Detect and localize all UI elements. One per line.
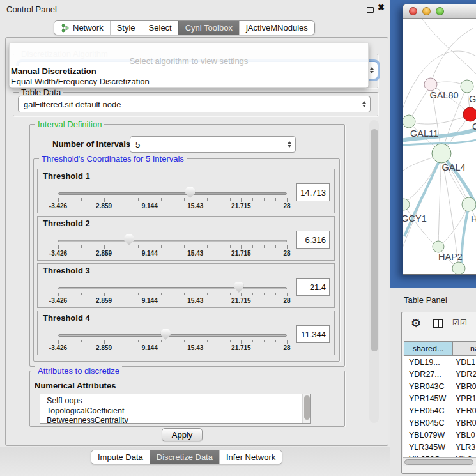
cell-shared-name[interactable]: YBR045C <box>403 418 453 427</box>
node-label-hap2: HAP2 <box>438 252 463 262</box>
threshold-2-slider-track[interactable] <box>58 240 287 242</box>
combo-stepper-icon[interactable] <box>362 101 366 107</box>
node-label-c: C <box>472 121 476 132</box>
cell-name[interactable]: YER0 <box>453 406 476 415</box>
threshold-2-value-field[interactable]: 6.316 <box>296 231 330 249</box>
cell-name[interactable]: YBR0 <box>453 382 476 391</box>
hap2-node[interactable] <box>433 241 444 252</box>
network-edge-thick[interactable] <box>462 204 469 270</box>
numerical-attributes-label: Numerical Attributes <box>35 381 116 390</box>
threshold-3-slider-thumb[interactable] <box>234 282 243 293</box>
table-row[interactable]: YDR27...YDR2 <box>403 368 476 380</box>
cell-name[interactable]: YBL0 <box>453 431 475 440</box>
tab-discretize-data[interactable]: Discretize Data <box>150 450 219 464</box>
tab-jactivemnodules[interactable]: jActiveMNodules <box>239 21 314 35</box>
threshold-2-slider-thumb[interactable] <box>124 234 134 245</box>
threshold-1-slider-thumb[interactable] <box>185 187 195 198</box>
red-node[interactable] <box>463 107 476 121</box>
node-label-g: G <box>469 94 476 104</box>
node-label-gal80: GAL80 <box>429 90 458 100</box>
apply-button[interactable]: Apply <box>162 428 203 441</box>
attribute-item-selfloops[interactable]: SelfLoops <box>40 396 310 406</box>
tab-select[interactable]: Select <box>142 21 178 35</box>
table-row[interactable]: YLR345WYLR3 <box>403 441 476 453</box>
threshold-4-slider-track[interactable] <box>58 334 287 337</box>
table-scrollbar-thumb[interactable] <box>404 459 473 465</box>
number-of-intervals-value: 5 <box>135 140 140 150</box>
network-canvas[interactable]: GAL80GCGAL11GAL4GCY1HHAP2 <box>403 19 476 274</box>
menu-item-manual-discretization[interactable]: Manual Discretization <box>10 66 368 77</box>
network-icon <box>61 24 70 33</box>
bottom-node[interactable] <box>452 262 465 274</box>
threshold-3-slider-track[interactable] <box>58 287 287 289</box>
top-right-node[interactable] <box>461 80 473 93</box>
number-of-intervals-combo[interactable]: 5 <box>130 136 296 153</box>
gcy1-node[interactable] <box>403 199 410 210</box>
threshold-4-value-field[interactable]: 11.344 <box>296 325 330 343</box>
network-window-titlebar[interactable] <box>403 4 476 19</box>
table-row[interactable]: YER054CYER0 <box>403 404 476 417</box>
cell-shared-name[interactable]: YDR27... <box>403 370 453 379</box>
split-columns-icon[interactable] <box>433 319 443 328</box>
combo-stepper-icon[interactable] <box>288 141 291 148</box>
slider-scale-labels: -3.4262.8599.14415.4321.71528 <box>58 297 287 305</box>
column-header-shared[interactable]: shared... <box>404 341 452 356</box>
cell-shared-name[interactable]: YDL19... <box>403 358 453 367</box>
combo-stepper-icon[interactable] <box>370 67 374 73</box>
cell-shared-name[interactable]: YER054C <box>403 406 453 415</box>
table-row[interactable]: YPR145WYPR1 <box>403 392 476 404</box>
cell-name[interactable]: YDR2 <box>453 370 476 379</box>
cell-shared-name[interactable]: YBL079W <box>403 431 453 440</box>
threshold-4-slider-thumb[interactable] <box>161 329 171 340</box>
tab-network[interactable]: Network <box>54 21 110 35</box>
cell-name[interactable]: YDL1 <box>453 358 475 367</box>
gal80-node[interactable] <box>424 78 437 91</box>
cell-name[interactable]: YBR0 <box>453 418 476 427</box>
tab-label: Network <box>73 23 104 33</box>
column-header-na[interactable]: na <box>452 341 476 356</box>
threshold-3-value-field[interactable]: 21.4 <box>296 278 330 296</box>
network-edge[interactable] <box>438 153 441 247</box>
algorithm-dropdown-popup: Select algorithm to view settings Manual… <box>9 43 369 88</box>
cell-shared-name[interactable]: YPR145W <box>403 394 453 403</box>
minimize-window-icon[interactable] <box>422 7 431 15</box>
attributes-list-scrollbar[interactable] <box>302 394 310 423</box>
attribute-item-betweennesscentrality[interactable]: BetweennessCentrality <box>40 416 310 424</box>
panel-scrollbar[interactable] <box>369 120 379 423</box>
table-row[interactable]: YBR045CYBR0 <box>403 417 476 429</box>
table-row[interactable]: YDL19...YDL1 <box>403 356 476 368</box>
gal4-node[interactable] <box>432 144 451 163</box>
attributes-list-scrollbar-thumb[interactable] <box>304 395 310 420</box>
threshold-1-value-field[interactable]: 14.713 <box>296 183 330 201</box>
table-body: YDL19...YDL1YDR27...YDR2YBR043CYBR0YPR14… <box>403 356 476 457</box>
table-data-combo[interactable]: galFiltered.sif default node <box>18 96 371 112</box>
tab-infer-network[interactable]: Infer Network <box>219 450 282 464</box>
checkbox-icon[interactable]: ☑ <box>460 318 467 327</box>
threshold-1-slider-track[interactable] <box>58 192 287 195</box>
table-row[interactable]: YBL079WYBL0 <box>403 429 476 441</box>
zoom-window-icon[interactable] <box>436 7 444 15</box>
table-row[interactable]: YBR043CYBR0 <box>403 380 476 392</box>
tab-impute-data[interactable]: Impute Data <box>91 450 150 464</box>
table-row[interactable]: YIL052CYIL0 <box>403 453 476 457</box>
cell-name[interactable]: YLR3 <box>453 443 475 452</box>
close-panel-icon[interactable]: ✖ <box>378 3 385 12</box>
table-horizontal-scrollbar[interactable] <box>403 457 476 466</box>
numerical-attributes-list[interactable]: SelfLoopsTopologicalCoefficientBetweenne… <box>40 394 311 424</box>
close-window-icon[interactable] <box>409 7 417 15</box>
tab-style[interactable]: Style <box>110 21 142 35</box>
checkbox-icon[interactable]: ☑ <box>452 318 459 327</box>
h-node[interactable] <box>462 197 476 211</box>
tab-cyni-toolbox[interactable]: Cyni Toolbox <box>178 21 239 35</box>
cell-shared-name[interactable]: YBR043C <box>403 382 453 391</box>
attribute-item-topologicalcoefficient[interactable]: TopologicalCoefficient <box>40 406 310 417</box>
cell-shared-name[interactable]: YLR345W <box>403 443 453 452</box>
menu-item-equal-width-frequency[interactable]: Equal Width/Frequency Discretization <box>10 77 368 87</box>
gal11-node[interactable] <box>403 115 415 128</box>
network-edge-thick[interactable] <box>404 156 441 236</box>
panel-scrollbar-thumb[interactable] <box>371 129 378 351</box>
network-edge[interactable] <box>409 114 470 124</box>
cell-name[interactable]: YPR1 <box>453 394 476 403</box>
gear-icon[interactable]: ⚙ <box>411 316 421 330</box>
float-panel-icon[interactable] <box>367 7 374 13</box>
